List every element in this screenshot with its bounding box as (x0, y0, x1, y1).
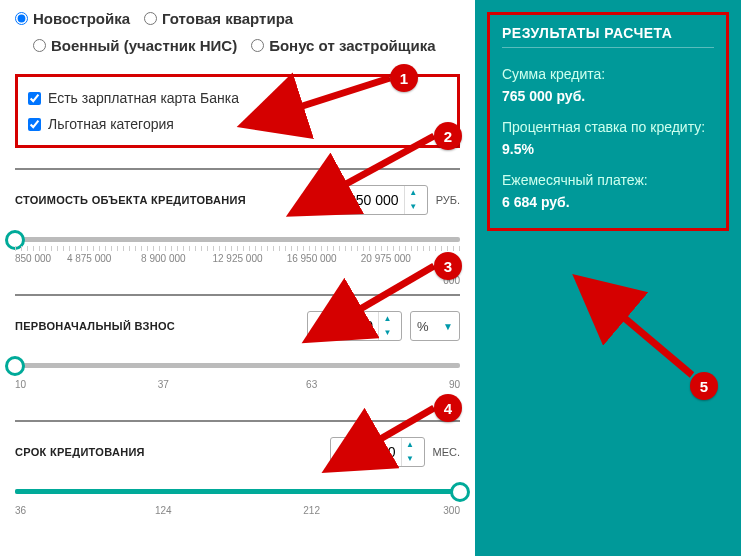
annotation-badge-4: 4 (434, 394, 462, 422)
radio-military[interactable]: Военный (участник НИС) (33, 37, 237, 54)
object-cost-ticks: 850 0004 875 0008 900 00012 925 00016 95… (15, 248, 460, 266)
tick-label: 10 (15, 379, 26, 390)
radio-military-input[interactable] (33, 39, 46, 52)
term-unit: МЕС. (433, 446, 461, 458)
down-payment-slider[interactable]: 10376390 (15, 363, 460, 392)
radio-developer-bonus-label: Бонус от застройщика (269, 37, 435, 54)
object-cost-label: СТОИМОСТЬ ОБЪЕКТА КРЕДИТОВАНИЯ (15, 194, 246, 206)
chevron-up-icon[interactable]: ▲ (405, 186, 422, 200)
divider (15, 168, 460, 170)
chevron-down-icon[interactable]: ▼ (379, 326, 396, 340)
checkbox-salary-card-input[interactable] (28, 92, 41, 105)
tick-label: 36 (15, 505, 26, 516)
down-payment-unit-value: % (417, 319, 429, 334)
object-cost-unit: РУБ. (436, 194, 460, 206)
checkbox-salary-card[interactable]: Есть зарплатная карта Банка (28, 85, 447, 111)
loan-amount-value: 765 000 руб. (502, 88, 714, 104)
checkbox-salary-card-label: Есть зарплатная карта Банка (48, 90, 239, 106)
tick-label: 4 875 000 (67, 253, 112, 264)
checkbox-preferential-label: Льготная категория (48, 116, 174, 132)
tick-label: 212 (303, 505, 320, 516)
radio-ready-apartment[interactable]: Готовая квартира (144, 10, 293, 27)
object-cost-input[interactable] (334, 186, 404, 214)
tick-label: 63 (306, 379, 317, 390)
radio-new-building-input[interactable] (15, 12, 28, 25)
divider (15, 294, 460, 296)
term-row: СРОК КРЕДИТОВАНИЯ ▲ ▼ МЕС. (15, 437, 460, 467)
tick-label: 300 (443, 505, 460, 516)
object-cost-input-wrap[interactable]: ▲ ▼ (333, 185, 428, 215)
apartment-type-row-2: Военный (участник НИС) Бонус от застройщ… (15, 37, 460, 54)
checkbox-preferential[interactable]: Льготная категория (28, 111, 447, 137)
chevron-up-icon[interactable]: ▲ (402, 438, 419, 452)
tick-label: 8 900 000 (141, 253, 186, 264)
radio-ready-apartment-input[interactable] (144, 12, 157, 25)
results-panel: РЕЗУЛЬТАТЫ РАСЧЕТА Сумма кредита: 765 00… (475, 0, 741, 556)
monthly-value: 6 684 руб. (502, 194, 714, 210)
radio-developer-bonus-input[interactable] (251, 39, 264, 52)
annotation-badge-2: 2 (434, 122, 462, 150)
down-payment-input-wrap[interactable]: ▲ ▼ (307, 311, 402, 341)
object-cost-slider[interactable]: 850 0004 875 0008 900 00012 925 00016 95… (15, 237, 460, 266)
down-payment-row: ПЕРВОНАЧАЛЬНЫЙ ВЗНОС ▲ ▼ % ▼ (15, 311, 460, 341)
results-highlight-box: РЕЗУЛЬТАТЫ РАСЧЕТА Сумма кредита: 765 00… (487, 12, 729, 231)
radio-new-building[interactable]: Новостройка (15, 10, 130, 27)
radio-ready-apartment-label: Готовая квартира (162, 10, 293, 27)
radio-developer-bonus[interactable]: Бонус от застройщика (251, 37, 435, 54)
tick-label: 20 975 000 (361, 253, 411, 264)
down-payment-input[interactable] (308, 312, 378, 340)
checkbox-preferential-input[interactable] (28, 118, 41, 131)
chevron-down-icon[interactable]: ▼ (402, 452, 419, 466)
rate-label: Процентная ставка по кредиту: (502, 119, 714, 135)
annotation-badge-1: 1 (390, 64, 418, 92)
annotation-badge-5: 5 (690, 372, 718, 400)
chevron-down-icon[interactable]: ▼ (405, 200, 422, 214)
apartment-type-row-1: Новостройка Готовая квартира (15, 10, 460, 27)
caret-down-icon: ▼ (443, 321, 453, 332)
results-title: РЕЗУЛЬТАТЫ РАСЧЕТА (502, 25, 714, 41)
term-spinner[interactable]: ▲ ▼ (401, 438, 419, 466)
tick-label: 12 925 000 (212, 253, 262, 264)
term-label: СРОК КРЕДИТОВАНИЯ (15, 446, 145, 458)
radio-military-label: Военный (участник НИС) (51, 37, 237, 54)
down-payment-unit-select[interactable]: % ▼ (410, 311, 460, 341)
term-slider[interactable]: 36124212300 (15, 489, 460, 518)
radio-new-building-label: Новостройка (33, 10, 130, 27)
term-input-wrap[interactable]: ▲ ▼ (330, 437, 425, 467)
term-input[interactable] (331, 438, 401, 466)
tick-label: 850 000 (15, 253, 51, 264)
object-cost-spinner[interactable]: ▲ ▼ (404, 186, 422, 214)
tick-label: 16 950 000 (287, 253, 337, 264)
slider-thumb[interactable] (450, 482, 470, 502)
divider (15, 420, 460, 422)
tick-label: 124 (155, 505, 172, 516)
tick-label: 90 (449, 379, 460, 390)
down-payment-label: ПЕРВОНАЧАЛЬНЫЙ ВЗНОС (15, 320, 175, 332)
term-ticks: 36124212300 (15, 500, 460, 518)
tick-label: 37 (158, 379, 169, 390)
annotation-badge-3: 3 (434, 252, 462, 280)
down-payment-ticks: 10376390 (15, 374, 460, 392)
monthly-label: Ежемесячный платеж: (502, 172, 714, 188)
rate-value: 9.5% (502, 141, 714, 157)
results-divider (502, 47, 714, 48)
slider-thumb[interactable] (5, 356, 25, 376)
down-payment-spinner[interactable]: ▲ ▼ (378, 312, 396, 340)
chevron-up-icon[interactable]: ▲ (379, 312, 396, 326)
loan-amount-label: Сумма кредита: (502, 66, 714, 82)
object-cost-row: СТОИМОСТЬ ОБЪЕКТА КРЕДИТОВАНИЯ ▲ ▼ РУБ. (15, 185, 460, 215)
